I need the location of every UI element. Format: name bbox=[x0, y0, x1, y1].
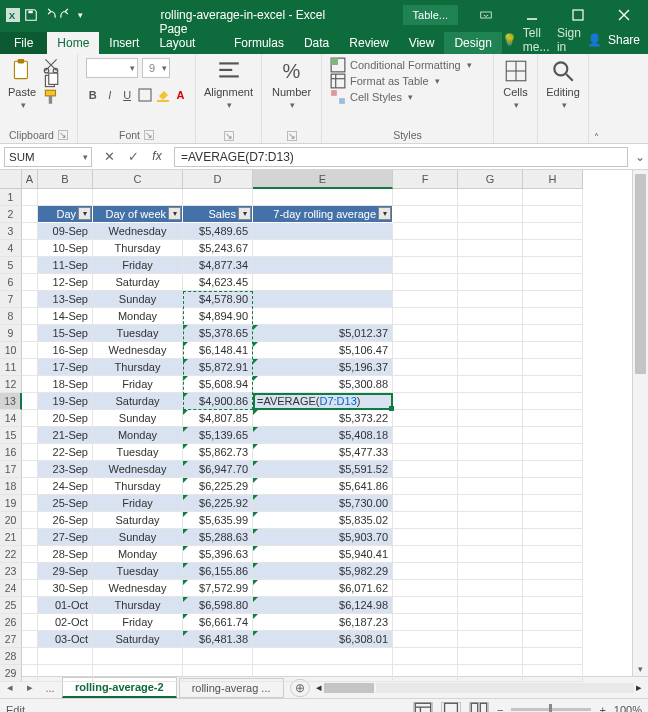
cell[interactable]: Sales▾ bbox=[183, 206, 253, 223]
row-header[interactable]: 8 bbox=[0, 308, 22, 325]
cell[interactable]: $5,106.47 bbox=[253, 342, 393, 359]
cell[interactable] bbox=[393, 393, 458, 410]
cell[interactable] bbox=[22, 325, 38, 342]
cell[interactable] bbox=[458, 614, 523, 631]
cell[interactable]: 30-Sep bbox=[38, 580, 93, 597]
save-icon[interactable] bbox=[24, 8, 38, 22]
cell[interactable] bbox=[458, 257, 523, 274]
filter-dropdown-icon[interactable]: ▾ bbox=[378, 207, 391, 220]
cell[interactable]: 25-Sep bbox=[38, 495, 93, 512]
row-header[interactable]: 13 bbox=[0, 393, 22, 410]
cell[interactable] bbox=[523, 461, 583, 478]
cell[interactable] bbox=[458, 665, 523, 682]
cell[interactable] bbox=[22, 291, 38, 308]
tab-page-layout[interactable]: Page Layout bbox=[149, 18, 224, 54]
tab-view[interactable]: View bbox=[399, 32, 445, 54]
dialog-launcher-icon[interactable]: ↘ bbox=[144, 130, 154, 140]
sheet-nav-next-icon[interactable]: ▸ bbox=[20, 681, 40, 694]
cell[interactable] bbox=[22, 648, 38, 665]
cell[interactable] bbox=[22, 342, 38, 359]
cell[interactable] bbox=[523, 614, 583, 631]
cell[interactable]: $5,288.63 bbox=[183, 529, 253, 546]
cell[interactable] bbox=[523, 563, 583, 580]
cell[interactable] bbox=[458, 223, 523, 240]
cell[interactable] bbox=[393, 189, 458, 206]
filter-dropdown-icon[interactable]: ▾ bbox=[78, 207, 91, 220]
cell[interactable] bbox=[458, 478, 523, 495]
column-header-A[interactable]: A bbox=[22, 170, 38, 189]
cell[interactable] bbox=[393, 461, 458, 478]
cell[interactable]: Saturday bbox=[93, 631, 183, 648]
cell[interactable]: Wednesday bbox=[93, 580, 183, 597]
row-header[interactable]: 16 bbox=[0, 444, 22, 461]
row-header[interactable]: 11 bbox=[0, 359, 22, 376]
cell[interactable] bbox=[393, 512, 458, 529]
row-header[interactable]: 24 bbox=[0, 580, 22, 597]
cell[interactable]: $6,481.38 bbox=[183, 631, 253, 648]
table-tools-tab[interactable]: Table... bbox=[403, 5, 458, 25]
cell[interactable] bbox=[523, 631, 583, 648]
cell[interactable] bbox=[22, 257, 38, 274]
cell[interactable] bbox=[523, 393, 583, 410]
row-header[interactable]: 21 bbox=[0, 529, 22, 546]
cell[interactable] bbox=[393, 427, 458, 444]
cell[interactable]: $5,940.41 bbox=[253, 546, 393, 563]
row-header[interactable]: 22 bbox=[0, 546, 22, 563]
tab-file[interactable]: File bbox=[0, 32, 47, 54]
cell[interactable] bbox=[393, 597, 458, 614]
cell[interactable]: $6,947.70 bbox=[183, 461, 253, 478]
cut-icon[interactable] bbox=[42, 58, 60, 72]
cell[interactable] bbox=[393, 257, 458, 274]
cell[interactable] bbox=[22, 393, 38, 410]
cell[interactable]: 7-day rolling average▾ bbox=[253, 206, 393, 223]
cell[interactable]: Friday bbox=[93, 614, 183, 631]
cell[interactable] bbox=[393, 648, 458, 665]
cell[interactable] bbox=[523, 648, 583, 665]
cell[interactable] bbox=[393, 631, 458, 648]
cell[interactable]: $6,225.92 bbox=[183, 495, 253, 512]
cell[interactable]: 18-Sep bbox=[38, 376, 93, 393]
cell[interactable] bbox=[523, 444, 583, 461]
cell[interactable] bbox=[458, 342, 523, 359]
cell[interactable] bbox=[22, 376, 38, 393]
horizontal-scrollbar[interactable]: ◂ ▸ bbox=[316, 681, 642, 694]
row-header[interactable]: 26 bbox=[0, 614, 22, 631]
cell[interactable] bbox=[22, 495, 38, 512]
cell[interactable] bbox=[458, 495, 523, 512]
row-header[interactable]: 20 bbox=[0, 512, 22, 529]
cell[interactable] bbox=[183, 189, 253, 206]
scroll-left-icon[interactable]: ◂ bbox=[316, 681, 322, 694]
cell[interactable] bbox=[22, 461, 38, 478]
cell[interactable]: Sunday bbox=[93, 529, 183, 546]
cell[interactable]: $6,187.23 bbox=[253, 614, 393, 631]
font-name-combo[interactable] bbox=[86, 58, 138, 78]
cell[interactable] bbox=[523, 410, 583, 427]
cell[interactable] bbox=[523, 376, 583, 393]
cell[interactable] bbox=[523, 529, 583, 546]
cell[interactable] bbox=[458, 597, 523, 614]
undo-icon[interactable] bbox=[42, 8, 56, 22]
name-box[interactable]: SUM bbox=[4, 147, 92, 167]
cell[interactable] bbox=[22, 478, 38, 495]
cell[interactable]: $6,598.80 bbox=[183, 597, 253, 614]
cell[interactable] bbox=[38, 665, 93, 682]
cell[interactable] bbox=[458, 376, 523, 393]
dialog-launcher-icon[interactable]: ↘ bbox=[58, 130, 68, 140]
cell[interactable] bbox=[393, 495, 458, 512]
cell[interactable]: Thursday bbox=[93, 359, 183, 376]
expand-formula-bar-icon[interactable]: ⌄ bbox=[632, 150, 648, 164]
page-break-view-icon[interactable] bbox=[469, 702, 489, 713]
conditional-formatting-button[interactable]: Conditional Formatting▾ bbox=[330, 58, 485, 72]
row-header[interactable]: 5 bbox=[0, 257, 22, 274]
column-header-B[interactable]: B bbox=[38, 170, 93, 189]
maximize-button[interactable] bbox=[558, 1, 598, 29]
cell[interactable] bbox=[458, 563, 523, 580]
cell[interactable] bbox=[523, 223, 583, 240]
cell[interactable] bbox=[523, 257, 583, 274]
row-header[interactable]: 9 bbox=[0, 325, 22, 342]
cell[interactable] bbox=[253, 665, 393, 682]
scroll-thumb[interactable] bbox=[635, 174, 646, 374]
tab-formulas[interactable]: Formulas bbox=[224, 32, 294, 54]
cell[interactable]: 09-Sep bbox=[38, 223, 93, 240]
format-as-table-button[interactable]: Format as Table▾ bbox=[330, 74, 485, 88]
